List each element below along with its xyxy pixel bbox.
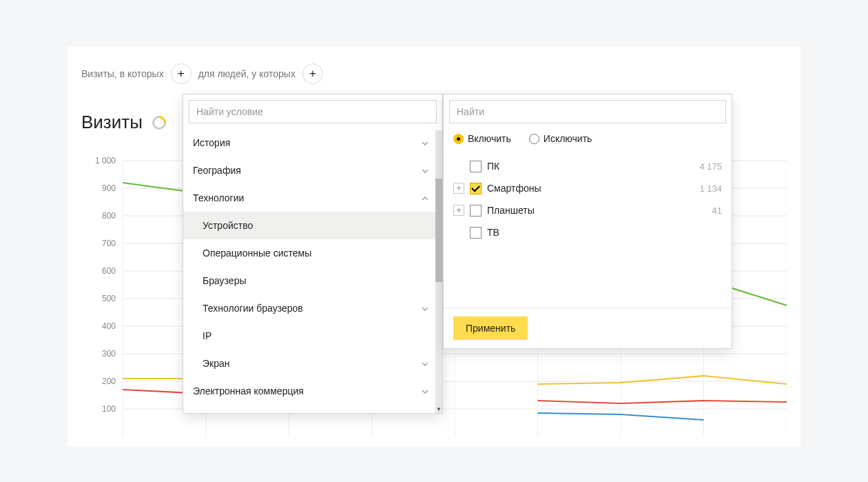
options-dropdown: Включить Исключить ПК4 175+Смартфоны1 13…: [443, 94, 732, 349]
condition-item-label: Электронная коммерция: [193, 385, 304, 396]
y-axis-tick: 800: [102, 211, 116, 221]
option-count: 1 134: [699, 183, 722, 194]
chevron-down-icon: [422, 139, 430, 147]
chevron-down-icon: [422, 166, 430, 174]
condition-item-label: География: [193, 165, 241, 176]
condition-item[interactable]: Контент: [183, 405, 442, 413]
chevron-down-icon: [422, 359, 430, 368]
option-label: ТВ: [487, 227, 716, 238]
expand-icon[interactable]: +: [453, 205, 464, 216]
condition-item-label: Браузеры: [203, 275, 247, 286]
y-axis-tick: 400: [102, 321, 116, 331]
condition-item[interactable]: Устройство: [183, 212, 442, 239]
condition-item[interactable]: География: [183, 157, 442, 184]
option-row: ПК4 175: [453, 155, 722, 177]
y-axis-tick: 1 000: [95, 156, 116, 165]
checkbox[interactable]: [470, 227, 482, 239]
expand-icon[interactable]: +: [453, 183, 464, 194]
condition-search-input[interactable]: [189, 100, 437, 123]
chevron-down-icon: [422, 387, 430, 395]
condition-item[interactable]: Электронная коммерция: [183, 377, 442, 405]
condition-item-label: Технологии браузеров: [203, 303, 303, 314]
condition-item-label: Экран: [203, 358, 230, 369]
condition-dropdown: ИсторияГеографияТехнологииУстройствоОпер…: [183, 94, 443, 414]
option-label: Планшеты: [487, 205, 707, 216]
condition-item-label: Технологии: [193, 192, 244, 203]
condition-item[interactable]: Операционные системы: [183, 239, 442, 267]
option-label: Смартфоны: [487, 183, 694, 194]
exclude-radio[interactable]: Исключить: [529, 133, 592, 144]
chevron-up-icon: [422, 194, 430, 202]
option-row: +Смартфоны1 134: [453, 177, 722, 199]
option-label: ПК: [487, 161, 694, 172]
reload-icon[interactable]: [149, 112, 169, 132]
page-title: Визиты: [81, 112, 143, 133]
condition-item[interactable]: История: [183, 129, 442, 157]
filter-people-label: для людей, у которых: [198, 68, 296, 79]
checkbox[interactable]: [470, 183, 482, 194]
option-row: +Планшеты41: [453, 199, 722, 221]
scrollbar-thumb[interactable]: [435, 179, 442, 282]
condition-item-label: Устройство: [203, 220, 253, 231]
checkbox[interactable]: [470, 161, 482, 172]
condition-item[interactable]: IP: [183, 322, 442, 350]
y-axis-tick: 600: [102, 266, 116, 276]
option-count: 41: [712, 205, 722, 216]
condition-item-label: История: [193, 137, 230, 148]
condition-item[interactable]: Браузеры: [183, 267, 442, 294]
filter-visits-label: Визиты, в которых: [81, 68, 164, 79]
chevron-down-icon: [422, 304, 430, 312]
condition-item-label: Операционные системы: [203, 248, 311, 259]
add-visit-filter-button[interactable]: +: [171, 63, 192, 84]
include-radio[interactable]: Включить: [453, 133, 511, 144]
checkbox[interactable]: [470, 205, 482, 217]
y-axis-tick: 200: [102, 376, 116, 386]
option-count: 4 175: [699, 161, 722, 172]
condition-item[interactable]: Экран: [183, 350, 442, 377]
exclude-label: Исключить: [544, 133, 592, 144]
y-axis-tick: 300: [102, 349, 116, 359]
y-axis-tick: 700: [102, 239, 116, 248]
option-row: ТВ: [453, 221, 722, 243]
y-axis-tick: 900: [102, 183, 116, 193]
condition-item[interactable]: Технологии браузеров: [183, 294, 442, 322]
scroll-down-icon[interactable]: ▼: [435, 405, 442, 413]
include-label: Включить: [468, 133, 511, 144]
add-people-filter-button[interactable]: +: [302, 63, 323, 84]
options-search-input[interactable]: [449, 100, 726, 123]
condition-item-label: IP: [203, 330, 211, 341]
y-axis-tick: 100: [102, 404, 116, 414]
condition-item[interactable]: Технологии: [183, 184, 442, 212]
apply-button[interactable]: Применить: [453, 317, 528, 340]
y-axis-tick: 500: [102, 294, 116, 303]
